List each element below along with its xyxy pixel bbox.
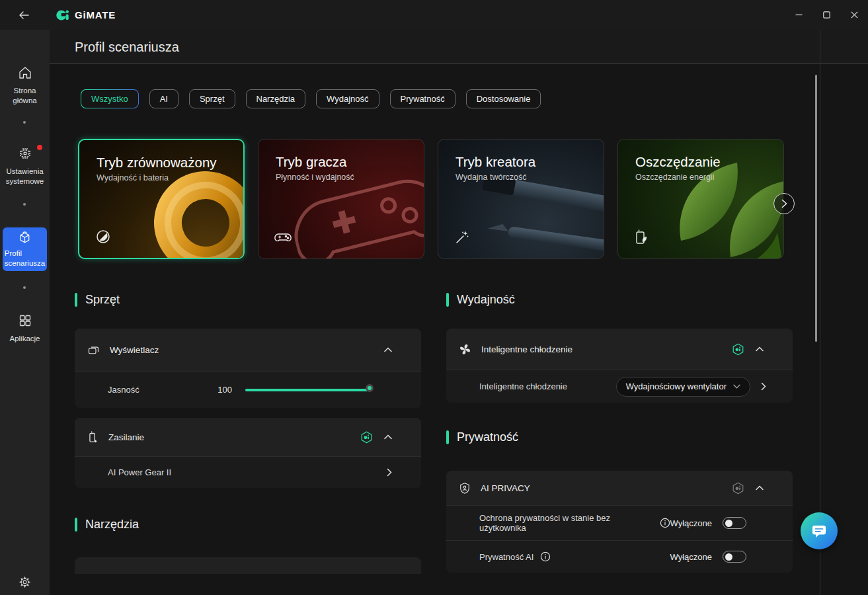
- sidebar-item-applications[interactable]: Aplikacje: [0, 313, 50, 344]
- brightness-label: Jasność: [108, 385, 139, 395]
- cpu-chip-icon: [17, 145, 33, 161]
- card-title: Inteligentne chłodzenie: [481, 344, 572, 354]
- brightness-value: 100: [217, 385, 232, 395]
- sidebar-item-label: Ustawieniasystemowe: [6, 167, 44, 186]
- filter-chip-wydajnosc[interactable]: Wydajność: [316, 89, 379, 108]
- maximize-icon: [823, 11, 830, 19]
- mode-subtitle: Oszczędzanie energii: [635, 173, 715, 182]
- mode-title: Tryb gracza: [276, 154, 346, 170]
- row-label: AI Power Gear II: [108, 467, 171, 477]
- section-title: Prywatność: [457, 430, 518, 444]
- ai-privacy-card-header[interactable]: AI PRIVACY: [446, 471, 793, 505]
- back-button[interactable]: [11, 5, 37, 26]
- close-icon: [851, 11, 858, 19]
- filter-chip-wszystko[interactable]: Wszystko: [81, 89, 139, 108]
- chevron-up-icon[interactable]: [384, 347, 392, 352]
- accent-bar: [75, 518, 77, 532]
- mode-title: Oszczędzanie: [635, 154, 721, 170]
- filter-chip-ai[interactable]: AI: [149, 89, 178, 108]
- balanced-icon: [95, 229, 111, 245]
- tools-card-partial: [75, 557, 421, 574]
- privacy-row-no-user: Ochrona prywatności w stanie bez użytkow…: [446, 505, 793, 540]
- cooling-card: Inteligentne chłodzenie Inteligentne chł…: [446, 329, 793, 403]
- sidebar-separator-dot: [23, 286, 26, 289]
- accent-bar: [446, 430, 449, 444]
- chevron-right-icon[interactable]: [387, 468, 392, 477]
- toggle-knob: [725, 553, 732, 561]
- carousel-next-button[interactable]: [773, 193, 795, 214]
- info-circle-icon: [540, 551, 551, 562]
- chevron-down-icon: [733, 384, 740, 389]
- mode-title: Tryb zrównoważony: [97, 155, 217, 171]
- cooling-mode-row: Inteligentne chłodzenie Wydajnościowy we…: [446, 370, 793, 403]
- app-name: GiMATE: [75, 9, 116, 20]
- sidebar-item-system-settings[interactable]: Ustawieniasystemowe: [0, 145, 50, 186]
- row-label: Ochrona prywatności w stanie bez użytkow…: [479, 513, 653, 533]
- sidebar: Stronagłówna Ustawieniasystemowe Profils…: [0, 30, 50, 595]
- ai-badge-icon-disabled: [731, 481, 745, 495]
- privacy-ai-toggle[interactable]: [723, 551, 746, 563]
- close-button[interactable]: [840, 0, 868, 30]
- ai-privacy-card: AI PRIVACY Ochrona prywatności w stanie …: [446, 471, 793, 573]
- minimize-button[interactable]: [785, 0, 812, 30]
- brightness-slider[interactable]: [245, 389, 368, 391]
- mode-subtitle: Wydajna twórczość: [455, 173, 527, 182]
- cooling-card-header[interactable]: Inteligentne chłodzenie: [446, 329, 793, 370]
- filter-chip-sprzet[interactable]: Sprzęt: [189, 89, 235, 108]
- chevron-up-icon[interactable]: [756, 346, 764, 352]
- mode-card-balanced[interactable]: Tryb zrównoważony Wydajność i bateria: [78, 139, 245, 259]
- chevron-up-icon[interactable]: [756, 485, 764, 491]
- window-controls: [785, 0, 868, 30]
- ai-power-gear-row[interactable]: AI Power Gear II: [75, 456, 421, 488]
- mode-card-eco[interactable]: Oszczędzanie Oszczędzanie energii: [617, 139, 784, 259]
- filter-chip-narzedzia[interactable]: Narzędzia: [246, 89, 306, 108]
- chevron-right-icon[interactable]: [761, 382, 766, 391]
- power-card-header[interactable]: Zasilanie: [75, 418, 421, 456]
- sidebar-item-label: Stronagłówna: [13, 86, 36, 106]
- privacy-no-user-toggle[interactable]: [723, 517, 746, 529]
- mode-card-gamer[interactable]: Tryb gracza Płynność i wydajność: [258, 139, 424, 259]
- app-window: GiMATE Stronagłówna Ustawieniasy: [0, 0, 868, 595]
- gear-icon: [19, 576, 31, 588]
- fan-icon: [458, 342, 472, 356]
- display-card-header[interactable]: Wyświetlacz: [75, 329, 421, 371]
- sidebar-item-scenario-profile[interactable]: Profilscenariusza: [3, 227, 47, 271]
- chat-assistant-button[interactable]: [801, 512, 838, 549]
- dropdown-value: Wydajnościowy wentylator: [626, 381, 727, 391]
- gimate-logo-icon: [56, 9, 70, 22]
- chevron-up-icon[interactable]: [384, 434, 392, 440]
- shield-user-icon: [458, 481, 471, 495]
- settings-gear-button[interactable]: [0, 572, 50, 592]
- toggle-knob: [725, 520, 732, 527]
- section-heading-prywatnosc: Prywatność: [446, 429, 518, 445]
- brightness-row: Jasność 100: [75, 371, 421, 408]
- filter-chip-prywatnosc[interactable]: Prywatność: [390, 89, 455, 108]
- display-card: Wyświetlacz Jasność 100: [75, 329, 421, 408]
- card-title: AI PRIVACY: [481, 483, 530, 493]
- section-heading-narzedzia: Narzędzia: [75, 516, 139, 532]
- power-card: Zasilanie AI Power Gear II: [75, 418, 421, 488]
- privacy-row-ai: Prywatność AI Wyłączone: [446, 540, 793, 573]
- filter-chip-dostosowanie[interactable]: Dostosowanie: [466, 89, 541, 108]
- gamepad-icon: [274, 231, 292, 245]
- mode-card-creator[interactable]: Tryb kreatora Wydajna twórczość: [438, 139, 604, 259]
- card-title: Wyświetlacz: [110, 345, 159, 355]
- mode-subtitle: Wydajność i bateria: [97, 173, 169, 182]
- fan-mode-dropdown[interactable]: Wydajnościowy wentylator: [616, 377, 750, 397]
- cube-icon: [17, 230, 32, 245]
- info-icon[interactable]: [660, 518, 670, 528]
- info-icon[interactable]: [540, 551, 551, 562]
- sidebar-item-home[interactable]: Stronagłówna: [0, 65, 50, 106]
- page-header: Profil scenariusza: [50, 30, 868, 64]
- display-icon: [87, 343, 100, 357]
- row-label: Inteligentne chłodzenie: [479, 381, 567, 391]
- back-arrow-icon: [19, 10, 30, 20]
- tools-card-header[interactable]: [75, 557, 421, 574]
- titlebar: GiMATE: [0, 0, 868, 30]
- info-circle-icon: [660, 518, 670, 528]
- magic-wand-icon: [454, 229, 470, 245]
- brightness-slider-knob[interactable]: [366, 384, 374, 392]
- minimize-icon: [795, 11, 803, 19]
- maximize-button[interactable]: [812, 0, 840, 30]
- notification-dot: [37, 145, 42, 150]
